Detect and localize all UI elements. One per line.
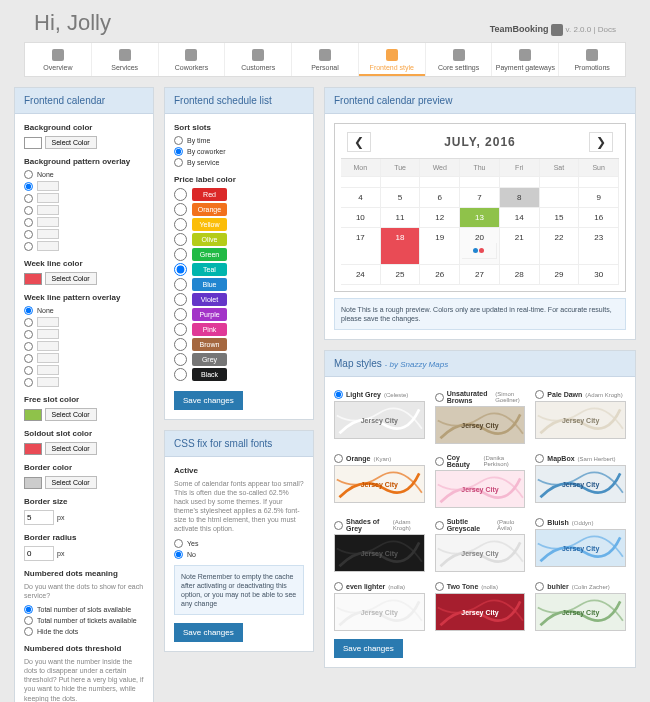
radio-sort[interactable]: [174, 147, 183, 156]
select-color-wlc[interactable]: Select Color: [45, 272, 97, 285]
calendar-cell[interactable]: 19: [420, 228, 460, 265]
tab-personal[interactable]: Personal: [292, 43, 359, 76]
radio-color[interactable]: [174, 323, 187, 336]
next-month-button[interactable]: ❯: [589, 132, 613, 152]
radio-pattern[interactable]: [24, 306, 33, 315]
select-color-border[interactable]: Select Color: [45, 476, 97, 489]
radio-pattern[interactable]: [24, 342, 33, 351]
map-option[interactable]: Unsaturated Browns (Simon Goellner)Jerse…: [435, 390, 526, 444]
radio-map[interactable]: [535, 390, 544, 399]
map-option[interactable]: Two Tone (nolla)Jersey City: [435, 582, 526, 631]
radio-color[interactable]: [174, 338, 187, 351]
radio-pattern[interactable]: [24, 242, 33, 251]
calendar-cell[interactable]: 14: [500, 208, 540, 228]
radio-map[interactable]: [435, 582, 444, 591]
radio-dots-opt[interactable]: [24, 616, 33, 625]
calendar-cell[interactable]: 15: [540, 208, 580, 228]
calendar-cell[interactable]: 28: [500, 265, 540, 285]
map-option[interactable]: Subtle Greyscale (Paulo Ávila)Jersey Cit…: [435, 518, 526, 572]
radio-dots-opt[interactable]: [24, 627, 33, 636]
radio-color[interactable]: [174, 308, 187, 321]
radio-map[interactable]: [435, 457, 444, 466]
radio-pattern[interactable]: [24, 218, 33, 227]
calendar-cell[interactable]: [341, 177, 381, 188]
map-option[interactable]: Pale Dawn (Adam Krogh)Jersey City: [535, 390, 626, 444]
border-radius-input[interactable]: [24, 546, 54, 561]
radio-map[interactable]: [535, 454, 544, 463]
calendar-cell[interactable]: 23: [579, 228, 619, 265]
radio-no[interactable]: [174, 550, 183, 559]
calendar-cell[interactable]: 24: [341, 265, 381, 285]
border-size-input[interactable]: [24, 510, 54, 525]
radio-map[interactable]: [435, 393, 444, 402]
calendar-cell[interactable]: 8: [500, 188, 540, 208]
tab-coworkers[interactable]: Coworkers: [159, 43, 226, 76]
radio-pattern[interactable]: [24, 194, 33, 203]
save-button[interactable]: Save changes: [174, 391, 243, 410]
calendar-cell[interactable]: 20: [460, 228, 500, 265]
tab-customers[interactable]: Customers: [225, 43, 292, 76]
calendar-cell[interactable]: 18: [381, 228, 421, 265]
calendar-cell[interactable]: 22: [540, 228, 580, 265]
calendar-cell[interactable]: 9: [579, 188, 619, 208]
calendar-cell[interactable]: 7: [460, 188, 500, 208]
calendar-cell[interactable]: [460, 177, 500, 188]
calendar-cell[interactable]: 10: [341, 208, 381, 228]
radio-pattern[interactable]: [24, 182, 33, 191]
calendar-cell[interactable]: 12: [420, 208, 460, 228]
map-option[interactable]: MapBox (Sam Herbert)Jersey City: [535, 454, 626, 508]
calendar-cell[interactable]: [540, 177, 580, 188]
tab-overview[interactable]: Overview: [25, 43, 92, 76]
save-button[interactable]: Save changes: [174, 623, 243, 642]
radio-color[interactable]: [174, 353, 187, 366]
calendar-cell[interactable]: [420, 177, 460, 188]
calendar-cell[interactable]: 17: [341, 228, 381, 265]
select-color-sold[interactable]: Select Color: [45, 442, 97, 455]
calendar-cell[interactable]: [540, 188, 580, 208]
tab-payment-gateways[interactable]: Payment gateways: [492, 43, 559, 76]
radio-map[interactable]: [334, 390, 343, 399]
radio-map[interactable]: [334, 454, 343, 463]
radio-map[interactable]: [535, 582, 544, 591]
calendar-cell[interactable]: 25: [381, 265, 421, 285]
radio-pattern[interactable]: [24, 230, 33, 239]
radio-pattern[interactable]: [24, 354, 33, 363]
radio-sort[interactable]: [174, 158, 183, 167]
select-color-free[interactable]: Select Color: [45, 408, 97, 421]
tab-frontend-style[interactable]: Frontend style: [359, 43, 426, 76]
tab-promotions[interactable]: Promotions: [559, 43, 625, 76]
radio-pattern[interactable]: [24, 206, 33, 215]
radio-map[interactable]: [535, 518, 544, 527]
calendar-cell[interactable]: 6: [420, 188, 460, 208]
tab-services[interactable]: Services: [92, 43, 159, 76]
radio-color[interactable]: [174, 233, 187, 246]
map-option[interactable]: Bluish (Oddyn)Jersey City: [535, 518, 626, 572]
radio-sort[interactable]: [174, 136, 183, 145]
radio-color[interactable]: [174, 278, 187, 291]
radio-color[interactable]: [174, 263, 187, 276]
prev-month-button[interactable]: ❮: [347, 132, 371, 152]
map-option[interactable]: Shades of Grey (Adam Krogh)Jersey City: [334, 518, 425, 572]
radio-dots-opt[interactable]: [24, 605, 33, 614]
calendar-cell[interactable]: [381, 177, 421, 188]
calendar-cell[interactable]: 21: [500, 228, 540, 265]
radio-color[interactable]: [174, 248, 187, 261]
radio-color[interactable]: [174, 188, 187, 201]
radio-map[interactable]: [435, 521, 444, 530]
calendar-cell[interactable]: 30: [579, 265, 619, 285]
tab-core-settings[interactable]: Core settings: [426, 43, 493, 76]
calendar-cell[interactable]: 4: [341, 188, 381, 208]
calendar-cell[interactable]: 5: [381, 188, 421, 208]
calendar-cell[interactable]: 29: [540, 265, 580, 285]
calendar-cell[interactable]: 13: [460, 208, 500, 228]
radio-color[interactable]: [174, 293, 187, 306]
radio-map[interactable]: [334, 521, 343, 530]
calendar-cell[interactable]: 11: [381, 208, 421, 228]
save-button[interactable]: Save changes: [334, 639, 403, 658]
radio-pattern[interactable]: [24, 330, 33, 339]
map-option[interactable]: Light Grey (Celeste)Jersey City: [334, 390, 425, 444]
snazzy-link[interactable]: Snazzy Maps: [400, 360, 448, 369]
radio-color[interactable]: [174, 368, 187, 381]
select-color-bg[interactable]: Select Color: [45, 136, 97, 149]
radio-map[interactable]: [334, 582, 343, 591]
